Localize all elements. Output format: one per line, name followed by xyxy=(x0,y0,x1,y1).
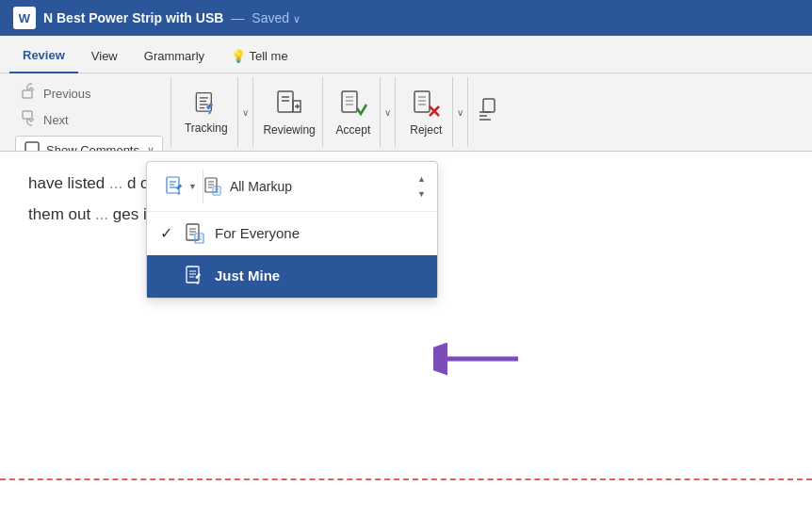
title-separator: — xyxy=(231,10,244,25)
word-icon-letter: W xyxy=(19,11,30,25)
just-mine-icon xyxy=(185,266,205,286)
ribbon-content: Previous Next xyxy=(0,73,812,151)
svg-rect-41 xyxy=(195,234,203,243)
previous-icon xyxy=(21,83,38,104)
next-button[interactable]: Next xyxy=(15,107,163,132)
ribbon-tabs: Review View Grammarly 💡 Tell me xyxy=(0,36,812,73)
arrow-pointer xyxy=(433,335,528,390)
reviewing-button[interactable]: Reviewing xyxy=(257,77,323,147)
markup-spinbox[interactable]: ▲ ▼ xyxy=(417,172,426,201)
accept-label: Accept xyxy=(336,123,371,137)
title-bar: W N Best Power Strip with USB — Saved ∨ xyxy=(0,0,812,36)
purple-arrow-svg xyxy=(433,335,528,382)
more-button[interactable] xyxy=(472,77,502,147)
tab-grammarly[interactable]: Grammarly xyxy=(131,41,218,73)
ribbon: Review View Grammarly 💡 Tell me xyxy=(0,36,812,151)
dropdown-header-chevron: ▼ xyxy=(188,180,197,193)
markup-up-arrow[interactable]: ▲ xyxy=(417,172,426,186)
reviewing-label: Reviewing xyxy=(263,123,315,137)
accept-chevron: ∨ xyxy=(384,107,391,118)
for-everyone-icon xyxy=(185,223,205,244)
all-markup-icon xyxy=(203,177,222,196)
previous-label: Previous xyxy=(43,87,91,101)
reject-button-main[interactable]: Reject xyxy=(399,77,452,147)
tracking-split-button: Tracking ∨ xyxy=(175,77,253,147)
svg-rect-23 xyxy=(483,99,495,112)
word-icon: W xyxy=(13,7,36,29)
more-icon xyxy=(478,95,496,129)
dropdown-item-for-everyone[interactable]: ✓ For Everyone xyxy=(147,212,437,255)
document-title: N Best Power Strip with USB xyxy=(43,10,223,25)
reject-icon xyxy=(409,88,443,121)
document-area: have listed ... d on them out ... ges in xyxy=(0,151,812,518)
for-everyone-checkmark: ✓ xyxy=(160,221,175,246)
next-label: Next xyxy=(43,113,69,127)
tracking-dropdown-arrow[interactable]: ∨ xyxy=(237,77,252,147)
markup-down-arrow[interactable]: ▼ xyxy=(417,187,426,201)
for-everyone-label: For Everyone xyxy=(215,222,300,245)
all-markup-label: All Markup xyxy=(230,176,292,197)
reviewing-icon xyxy=(272,88,306,121)
tab-tellme[interactable]: 💡 Tell me xyxy=(218,41,301,73)
dashed-border-line xyxy=(0,478,812,480)
svg-rect-1 xyxy=(23,111,32,119)
svg-rect-10 xyxy=(278,91,293,112)
accept-split-button: Accept ∨ xyxy=(327,77,397,147)
svg-rect-8 xyxy=(206,103,214,110)
accept-dropdown-arrow[interactable]: ∨ xyxy=(380,77,395,147)
reject-chevron: ∨ xyxy=(457,107,463,118)
reject-dropdown-arrow[interactable]: ∨ xyxy=(452,77,467,147)
next-icon xyxy=(21,109,38,130)
tracking-button-main[interactable]: Tracking xyxy=(175,77,237,147)
lightbulb-icon: 💡 xyxy=(231,49,246,63)
all-markup-button[interactable]: All Markup xyxy=(203,176,417,197)
svg-rect-13 xyxy=(342,91,357,112)
tracking-chevron: ∨ xyxy=(242,107,249,118)
tracking-icon xyxy=(191,89,221,120)
dropdown-item-just-mine[interactable]: ✓ Just Mine xyxy=(147,255,437,299)
reject-split-button: Reject ∨ xyxy=(399,77,468,147)
saved-status: Saved ∨ xyxy=(252,10,300,25)
just-mine-label: Just Mine xyxy=(215,265,280,287)
reject-label: Reject xyxy=(410,123,442,137)
previous-button[interactable]: Previous xyxy=(15,81,163,105)
tracking-icon-button[interactable]: ▼ xyxy=(158,170,203,203)
svg-rect-34 xyxy=(213,186,220,195)
accept-icon xyxy=(336,88,370,121)
svg-rect-0 xyxy=(23,90,32,98)
chevron-icon: ∨ xyxy=(293,13,300,24)
svg-rect-17 xyxy=(414,91,430,112)
comments-group: Previous Next xyxy=(8,77,171,147)
dropdown-header: ▼ All Markup ▲ ▼ xyxy=(147,162,437,212)
dropdown-tracking-icon xyxy=(164,175,187,198)
tracking-dropdown: ▼ All Markup ▲ ▼ xyxy=(146,161,438,299)
tracking-label: Tracking xyxy=(185,121,228,135)
accept-button-main[interactable]: Accept xyxy=(327,77,381,147)
tab-review[interactable]: Review xyxy=(9,40,78,73)
tab-view[interactable]: View xyxy=(78,41,131,73)
